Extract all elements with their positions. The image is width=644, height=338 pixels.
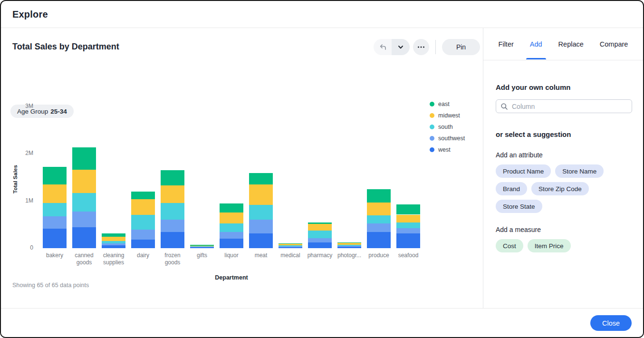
stacked-bar-produce[interactable] bbox=[367, 189, 391, 248]
bar-segment-midwest[interactable] bbox=[72, 170, 96, 193]
bar-segment-southwest[interactable] bbox=[220, 232, 243, 239]
bar-segment-southwest[interactable] bbox=[161, 220, 184, 232]
legend-item-south[interactable]: south bbox=[430, 121, 465, 133]
bar-segment-midwest[interactable] bbox=[161, 185, 184, 203]
stacked-bar-seafood[interactable] bbox=[396, 204, 420, 248]
bar-segment-southwest[interactable] bbox=[279, 246, 302, 247]
bar-segment-south[interactable] bbox=[72, 193, 96, 212]
bar-segment-east[interactable] bbox=[161, 170, 184, 185]
measure-chip-item-price[interactable]: Item Price bbox=[528, 239, 571, 252]
column-search-box[interactable] bbox=[496, 99, 632, 113]
bar-segment-west[interactable] bbox=[220, 239, 243, 248]
tab-compare[interactable]: Compare bbox=[599, 29, 629, 59]
bar-segment-west[interactable] bbox=[131, 240, 155, 248]
legend-item-southwest[interactable]: southwest bbox=[430, 133, 465, 144]
measure-chip-cost[interactable]: Cost bbox=[496, 239, 523, 252]
bar-segment-west[interactable] bbox=[72, 227, 96, 248]
tab-add[interactable]: Add bbox=[529, 29, 543, 59]
tab-replace[interactable]: Replace bbox=[557, 29, 585, 59]
bar-segment-south[interactable] bbox=[308, 231, 332, 238]
bar-segment-midwest[interactable] bbox=[308, 224, 332, 231]
bar-segment-west[interactable] bbox=[190, 247, 214, 248]
bar-segment-east[interactable] bbox=[337, 242, 361, 243]
bar-segment-east[interactable] bbox=[279, 243, 302, 244]
bar-segment-west[interactable] bbox=[102, 245, 125, 248]
column-search-input[interactable] bbox=[512, 103, 627, 110]
stacked-bar-canned-goods[interactable] bbox=[72, 147, 96, 248]
bar-segment-east[interactable] bbox=[249, 173, 273, 184]
bar-segment-southwest[interactable] bbox=[72, 212, 96, 228]
stacked-bar-dairy[interactable] bbox=[131, 192, 155, 248]
bar-segment-midwest[interactable] bbox=[131, 199, 155, 215]
bar-segment-midwest[interactable] bbox=[367, 203, 391, 216]
undo-button[interactable] bbox=[374, 39, 392, 55]
bar-segment-south[interactable] bbox=[43, 203, 67, 217]
bar-segment-southwest[interactable] bbox=[367, 223, 391, 232]
attribute-chip-store-state[interactable]: Store State bbox=[496, 200, 542, 213]
bar-segment-midwest[interactable] bbox=[249, 184, 273, 205]
stacked-bar-frozen-goods[interactable] bbox=[161, 170, 184, 248]
bar-segment-south[interactable] bbox=[337, 245, 361, 246]
attribute-chip-product-name[interactable]: Product Name bbox=[496, 164, 551, 178]
bar-segment-east[interactable] bbox=[396, 204, 420, 215]
close-button[interactable]: Close bbox=[590, 315, 632, 331]
bar-segment-south[interactable] bbox=[367, 215, 391, 223]
bar-segment-midwest[interactable] bbox=[279, 244, 302, 245]
bar-segment-midwest[interactable] bbox=[337, 243, 361, 244]
bar-segment-east[interactable] bbox=[72, 147, 96, 170]
tab-filter[interactable]: Filter bbox=[498, 29, 515, 59]
legend-item-west[interactable]: west bbox=[430, 144, 465, 155]
bar-segment-south[interactable] bbox=[396, 222, 420, 228]
bar-segment-south[interactable] bbox=[220, 223, 243, 232]
bar-segment-south[interactable] bbox=[161, 203, 184, 220]
bar-segment-east[interactable] bbox=[43, 167, 67, 184]
bar-segment-west[interactable] bbox=[367, 232, 391, 248]
bar-segment-east[interactable] bbox=[131, 192, 155, 199]
undo-history-button[interactable] bbox=[392, 39, 410, 55]
stacked-bar-gifts[interactable] bbox=[190, 245, 214, 248]
attribute-chip-brand[interactable]: Brand bbox=[496, 182, 527, 195]
stacked-bar-meat[interactable] bbox=[249, 173, 273, 248]
bar-segment-east[interactable] bbox=[220, 203, 243, 212]
legend-item-east[interactable]: east bbox=[430, 98, 465, 110]
stacked-bar-liquor[interactable] bbox=[220, 203, 243, 248]
bar-segment-south[interactable] bbox=[279, 245, 302, 246]
attribute-chip-store-name[interactable]: Store Name bbox=[555, 164, 604, 178]
bar-segment-south[interactable] bbox=[249, 205, 273, 220]
stacked-bar-cleaning-supplies[interactable] bbox=[102, 233, 125, 248]
stacked-bar-photogr-[interactable] bbox=[337, 242, 361, 248]
bar-segment-southwest[interactable] bbox=[308, 238, 332, 242]
bar-segment-southwest[interactable] bbox=[249, 220, 273, 233]
stacked-bar-pharmacy[interactable] bbox=[308, 222, 332, 248]
bar-segment-midwest[interactable] bbox=[220, 212, 243, 224]
bar-segment-midwest[interactable] bbox=[43, 184, 67, 203]
bar-segment-west[interactable] bbox=[396, 233, 420, 248]
bar-segment-west[interactable] bbox=[43, 229, 67, 248]
bar-segment-midwest[interactable] bbox=[396, 215, 420, 223]
bar-segment-west[interactable] bbox=[161, 232, 184, 248]
bar-segment-east[interactable] bbox=[308, 222, 332, 224]
bar-segment-south[interactable] bbox=[102, 241, 125, 243]
attribute-chip-store-zip-code[interactable]: Store Zip Code bbox=[531, 182, 589, 195]
bar-segment-midwest[interactable] bbox=[102, 237, 125, 241]
bar-segment-west[interactable] bbox=[337, 247, 361, 248]
stacked-bar-medical[interactable] bbox=[279, 243, 302, 248]
bar-segment-west[interactable] bbox=[308, 242, 332, 248]
pin-button[interactable]: Pin bbox=[442, 39, 480, 55]
bar-segment-midwest[interactable] bbox=[190, 246, 214, 246]
bar-segment-southwest[interactable] bbox=[102, 243, 125, 245]
bar-segment-southwest[interactable] bbox=[396, 228, 420, 233]
bar-segment-south[interactable] bbox=[131, 215, 155, 230]
bar-segment-west[interactable] bbox=[249, 233, 273, 248]
bar-segment-southwest[interactable] bbox=[131, 230, 155, 240]
bar-segment-southwest[interactable] bbox=[43, 216, 67, 229]
more-options-button[interactable] bbox=[413, 39, 429, 55]
bar-segment-east[interactable] bbox=[367, 189, 391, 203]
bar-segment-southwest[interactable] bbox=[337, 246, 361, 247]
bar-segment-southwest[interactable] bbox=[190, 246, 214, 247]
stacked-bar-bakery[interactable] bbox=[43, 167, 67, 248]
bar-segment-west[interactable] bbox=[279, 247, 302, 248]
legend-item-midwest[interactable]: midwest bbox=[430, 110, 465, 121]
bar-segment-east[interactable] bbox=[102, 233, 125, 237]
bar-segment-east[interactable] bbox=[190, 245, 214, 245]
